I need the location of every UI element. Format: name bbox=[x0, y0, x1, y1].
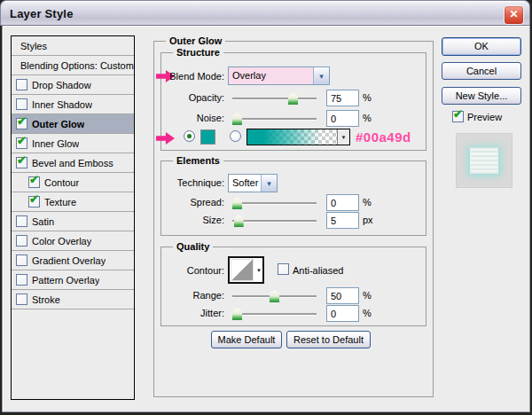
chevron-down-icon[interactable]: ▾ bbox=[313, 67, 329, 84]
sidebar-item-styles[interactable]: Styles bbox=[12, 36, 134, 56]
technique-label: Technique: bbox=[133, 177, 224, 189]
sidebar-item-gradient-overlay[interactable]: Gradient Overlay bbox=[12, 251, 134, 270]
unchecked-checkbox[interactable] bbox=[16, 98, 27, 110]
checked-checkbox[interactable]: ✔ bbox=[28, 196, 40, 208]
close-icon[interactable]: ✕ bbox=[504, 5, 524, 25]
contour-dropdown-icon[interactable]: ▼ bbox=[256, 268, 262, 273]
contour-picker[interactable]: ▼ bbox=[228, 256, 264, 284]
noise-slider[interactable] bbox=[232, 112, 317, 125]
range-input[interactable] bbox=[326, 287, 359, 304]
jitter-unit: % bbox=[363, 308, 372, 318]
opacity-label: Opacity: bbox=[133, 92, 224, 104]
sidebar-item-inner-shadow[interactable]: Inner Shadow bbox=[12, 95, 134, 114]
check-icon: ✔ bbox=[17, 115, 27, 127]
unchecked-checkbox[interactable] bbox=[16, 274, 27, 286]
sidebar-item-bevel-and-emboss[interactable]: ✔Bevel and Emboss bbox=[12, 153, 134, 173]
outer-glow-group-title: Outer Glow bbox=[166, 35, 225, 46]
unchecked-checkbox[interactable] bbox=[16, 254, 27, 266]
sidebar-item-label: Pattern Overlay bbox=[32, 275, 99, 286]
blend-mode-value: Overlay bbox=[229, 67, 313, 84]
jitter-slider[interactable] bbox=[232, 307, 317, 320]
blend-mode-select[interactable]: Overlay ▾ bbox=[228, 67, 330, 85]
technique-select[interactable]: Softer ▾ bbox=[228, 174, 278, 192]
size-slider-knob[interactable] bbox=[234, 215, 244, 227]
spread-slider-knob[interactable] bbox=[232, 197, 242, 209]
glow-preview-swatch bbox=[470, 148, 498, 174]
sidebar-item-pattern-overlay[interactable]: Pattern Overlay bbox=[12, 270, 134, 290]
gradient-radio[interactable] bbox=[230, 130, 241, 142]
cancel-button[interactable]: Cancel bbox=[442, 62, 521, 80]
preview-thumbnail bbox=[456, 133, 512, 188]
checked-checkbox[interactable]: ✔ bbox=[16, 157, 27, 168]
check-icon: ✔ bbox=[17, 154, 27, 166]
sidebar-item-blending-options-custom[interactable]: Blending Options: Custom bbox=[12, 56, 134, 75]
spread-slider[interactable] bbox=[232, 196, 317, 209]
solid-color-radio[interactable] bbox=[184, 130, 195, 142]
noise-input[interactable] bbox=[326, 110, 359, 127]
sidebar-item-contour[interactable]: ✔Contour bbox=[12, 173, 134, 192]
size-input[interactable] bbox=[326, 212, 359, 229]
contour-thumbnail bbox=[231, 259, 254, 281]
size-slider[interactable] bbox=[232, 214, 317, 227]
unchecked-checkbox[interactable] bbox=[16, 79, 27, 90]
unchecked-checkbox[interactable] bbox=[16, 215, 27, 227]
checked-checkbox[interactable]: ✔ bbox=[16, 118, 27, 129]
check-icon: ✔ bbox=[29, 193, 39, 205]
opacity-input[interactable] bbox=[326, 90, 359, 106]
anti-aliased-checkbox[interactable] bbox=[278, 263, 289, 275]
blend-mode-label: Blend Mode: bbox=[133, 71, 224, 82]
preview-checkbox[interactable]: ✔ bbox=[452, 111, 464, 122]
ok-button[interactable]: OK bbox=[442, 37, 521, 56]
sidebar-item-satin[interactable]: Satin bbox=[12, 212, 134, 231]
sidebar-item-inner-glow[interactable]: ✔Inner Glow bbox=[12, 134, 134, 153]
range-label: Range: bbox=[133, 290, 224, 301]
elements-legend: Elements bbox=[173, 155, 223, 166]
layer-style-dialog: Layer Style ✕ StylesBlending Options: Cu… bbox=[0, 0, 532, 415]
check-icon: ✔ bbox=[29, 174, 39, 185]
sidebar-item-texture[interactable]: ✔Texture bbox=[12, 192, 134, 212]
gradient-picker[interactable]: ▼ bbox=[246, 129, 350, 145]
sidebar-item-drop-shadow[interactable]: Drop Shadow bbox=[12, 75, 134, 95]
make-default-button[interactable]: Make Default bbox=[211, 331, 282, 348]
range-slider-knob[interactable] bbox=[270, 290, 279, 302]
spread-input[interactable] bbox=[326, 194, 359, 211]
technique-value: Softer bbox=[229, 175, 261, 192]
title-bar[interactable]: Layer Style ✕ bbox=[0, 0, 530, 26]
sidebar-item-label: Color Overlay bbox=[32, 236, 91, 247]
checked-checkbox[interactable]: ✔ bbox=[28, 176, 40, 188]
sidebar-item-label: Stroke bbox=[32, 294, 60, 305]
noise-unit: % bbox=[363, 113, 372, 123]
jitter-input[interactable] bbox=[326, 305, 359, 322]
range-slider[interactable] bbox=[232, 289, 317, 302]
gradient-preview bbox=[247, 129, 337, 145]
opacity-slider[interactable] bbox=[232, 91, 317, 105]
quality-legend: Quality bbox=[173, 241, 213, 252]
noise-slider-knob[interactable] bbox=[232, 113, 242, 125]
sidebar-item-label: Outer Glow bbox=[32, 119, 84, 129]
sidebar-item-label: Contour bbox=[44, 177, 79, 188]
preview-label: Preview bbox=[467, 112, 502, 122]
sidebar-item-label: Satin bbox=[32, 216, 54, 227]
reset-to-default-button[interactable]: Reset to Default bbox=[286, 331, 371, 348]
sidebar-item-label: Blending Options: Custom bbox=[20, 60, 134, 71]
sidebar-item-label: Texture bbox=[44, 197, 76, 208]
opacity-slider-knob[interactable] bbox=[288, 92, 298, 105]
chevron-down-icon[interactable]: ▾ bbox=[261, 175, 277, 192]
styles-list: StylesBlending Options: CustomDrop Shado… bbox=[11, 35, 135, 400]
unchecked-checkbox[interactable] bbox=[16, 235, 27, 247]
contour-label: Contour: bbox=[133, 265, 224, 277]
unchecked-checkbox[interactable] bbox=[16, 294, 27, 305]
sidebar-item-color-overlay[interactable]: Color Overlay bbox=[12, 231, 134, 251]
sidebar-item-label: Bevel and Emboss bbox=[32, 158, 113, 168]
spread-unit: % bbox=[363, 197, 372, 208]
size-label: Size: bbox=[133, 215, 224, 226]
gradient-dropdown-icon[interactable]: ▼ bbox=[337, 129, 349, 145]
new-style-button[interactable]: New Style... bbox=[442, 87, 521, 105]
glow-color-swatch[interactable] bbox=[200, 129, 215, 145]
noise-label: Noise: bbox=[133, 113, 224, 124]
sidebar-item-outer-glow[interactable]: ✔Outer Glow bbox=[12, 114, 134, 134]
sidebar-item-stroke[interactable]: Stroke bbox=[12, 290, 134, 309]
checked-checkbox[interactable]: ✔ bbox=[16, 137, 27, 149]
jitter-slider-knob[interactable] bbox=[232, 308, 242, 320]
check-icon: ✔ bbox=[453, 108, 463, 120]
